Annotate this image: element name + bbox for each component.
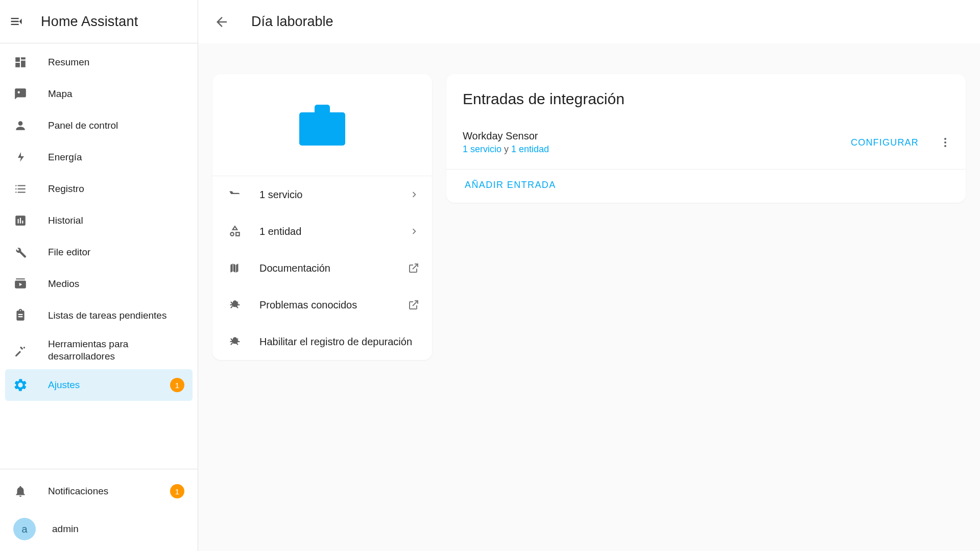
bug-play-icon (228, 335, 242, 348)
page-title: Día laborable (251, 14, 333, 30)
gear-icon (13, 378, 28, 392)
sidebar-nav: Resumen Mapa Panel de control Energía Re… (0, 43, 198, 469)
book-icon (228, 261, 242, 275)
sidebar-item-overview[interactable]: Resumen (5, 46, 193, 78)
card-title: Entradas de integración (446, 74, 966, 120)
main: Día laborable 1 servicio 1 entidad Docum… (198, 0, 980, 551)
menu-collapse-icon (9, 14, 23, 29)
sidebar-item-label: Resumen (48, 56, 184, 68)
svg-point-2 (944, 138, 946, 140)
settings-badge: 1 (170, 378, 184, 392)
sidebar-item-settings[interactable]: Ajustes 1 (5, 369, 193, 401)
sidebar-item-logbook[interactable]: Registro (5, 173, 193, 205)
tag-icon (228, 188, 242, 201)
sidebar-item-label: Herramientas para desarrolladores (48, 338, 184, 363)
integration-logo (212, 74, 432, 176)
sidebar-item-label: File editor (48, 246, 184, 258)
row-documentation[interactable]: Documentación (212, 250, 432, 286)
svg-point-0 (230, 232, 234, 236)
svg-point-3 (944, 141, 946, 143)
more-options-button[interactable] (935, 132, 955, 153)
dashboard-icon (13, 56, 28, 69)
dots-vertical-icon (939, 136, 951, 149)
content: 1 servicio 1 entidad Documentación Probl… (198, 43, 980, 551)
row-label: 1 entidad (259, 226, 391, 237)
sidebar-item-control-panel[interactable]: Panel de control (5, 110, 193, 141)
sidebar-item-label: Notificaciones (48, 485, 150, 497)
row-services[interactable]: 1 servicio (212, 176, 432, 213)
sidebar-item-energy[interactable]: Energía (5, 141, 193, 173)
sidebar-item-label: Medios (48, 278, 184, 290)
notifications-badge: 1 (170, 484, 184, 498)
back-button[interactable] (212, 13, 231, 31)
sidebar-item-label: Registro (48, 183, 184, 195)
sidebar-header: Home Assistant (0, 0, 198, 43)
services-link[interactable]: 1 servicio (463, 144, 501, 154)
sidebar-item-label: Historial (48, 214, 184, 227)
sidebar-item-todo[interactable]: Listas de tareas pendientes (5, 300, 193, 331)
sidebar-item-label: Energía (48, 151, 184, 163)
sidebar-item-devtools[interactable]: Herramientas para desarrolladores (5, 331, 193, 369)
bug-icon (228, 298, 242, 312)
lightning-icon (13, 151, 28, 163)
bell-icon (13, 485, 28, 498)
chart-box-icon (13, 214, 28, 227)
row-label: Habilitar el registro de depuración (259, 336, 420, 348)
sidebar-item-history[interactable]: Historial (5, 205, 193, 236)
row-label: 1 servicio (259, 189, 391, 201)
arrow-left-icon (214, 14, 229, 30)
row-enable-debug[interactable]: Habilitar el registro de depuración (212, 323, 432, 360)
entities-link[interactable]: 1 entidad (511, 144, 549, 154)
sidebar-item-label: Mapa (48, 88, 184, 100)
topbar: Día laborable (198, 0, 980, 43)
wrench-icon (13, 246, 28, 259)
sidebar-footer: Notificaciones 1 a admin (0, 469, 198, 551)
list-icon (13, 182, 28, 196)
clipboard-icon (13, 309, 28, 322)
briefcase-icon (289, 94, 355, 156)
svg-point-4 (944, 145, 946, 147)
entry-row: Workday Sensor 1 servicio y 1 entidad CO… (446, 120, 966, 169)
hammer-icon (13, 344, 28, 357)
sidebar-item-label: Ajustes (48, 379, 150, 391)
row-label: Problemas conocidos (259, 299, 390, 311)
integration-entries-card: Entradas de integración Workday Sensor 1… (446, 74, 966, 203)
sidebar-item-user[interactable]: a admin (5, 510, 193, 548)
chevron-right-icon (409, 189, 420, 200)
row-entities[interactable]: 1 entidad (212, 213, 432, 250)
sidebar-item-notifications[interactable]: Notificaciones 1 (5, 472, 193, 510)
separator: y (501, 144, 511, 154)
app-title: Home Assistant (41, 14, 138, 30)
sidebar-item-media[interactable]: Medios (5, 268, 193, 300)
row-known-issues[interactable]: Problemas conocidos (212, 286, 432, 323)
open-external-icon (408, 299, 420, 311)
open-external-icon (408, 262, 420, 274)
svg-rect-1 (236, 232, 240, 236)
entry-name: Workday Sensor (463, 130, 834, 142)
add-entry-button[interactable]: AÑADIR ENTRADA (446, 170, 966, 203)
user-name: admin (52, 523, 184, 535)
play-box-icon (13, 277, 28, 291)
menu-toggle-button[interactable] (8, 13, 25, 30)
comment-icon (13, 87, 28, 101)
sidebar: Home Assistant Resumen Mapa Panel de con… (0, 0, 198, 551)
sidebar-item-file-editor[interactable]: File editor (5, 236, 193, 268)
row-label: Documentación (259, 262, 390, 274)
chevron-right-icon (409, 226, 420, 237)
configure-button[interactable]: CONFIGURAR (843, 133, 927, 152)
entry-subtitle: 1 servicio y 1 entidad (463, 144, 834, 155)
sidebar-item-label: Panel de control (48, 119, 184, 132)
integration-card: 1 servicio 1 entidad Documentación Probl… (212, 74, 432, 360)
sidebar-item-map[interactable]: Mapa (5, 78, 193, 110)
user-avatar: a (13, 518, 36, 540)
person-icon (13, 119, 28, 132)
sidebar-item-label: Listas de tareas pendientes (48, 309, 184, 322)
shapes-icon (228, 225, 242, 238)
entry-text: Workday Sensor 1 servicio y 1 entidad (463, 130, 834, 155)
